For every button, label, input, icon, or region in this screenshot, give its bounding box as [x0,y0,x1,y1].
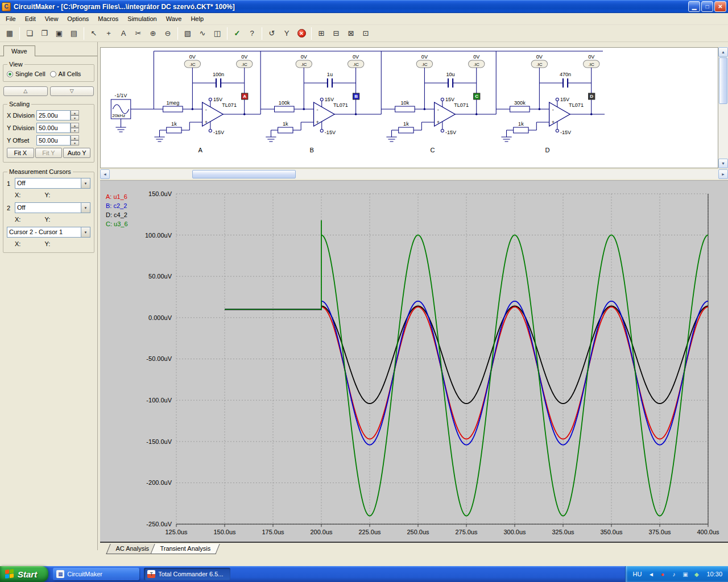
parts-browser-button[interactable]: ▦ [3,27,16,40]
fit-x-button[interactable]: Fit X [7,148,34,158]
save-file-button[interactable]: ▣ [52,27,66,40]
taskbar-item-circuitmaker[interactable]: ▦ CircuitMaker [53,568,139,580]
chevron-down-icon[interactable]: ▼ [81,203,90,213]
menu-simulation[interactable]: Simulation [123,14,161,24]
wire-tool-button[interactable]: + [102,27,115,40]
restore-button[interactable]: □ [701,1,713,12]
svg-text:C: C [475,94,478,99]
waveform-pane[interactable]: 125.0us150.0us175.0us200.0us225.0us250.0… [100,180,728,543]
menu-wave[interactable]: Wave [162,14,187,24]
x-division-stepper[interactable]: ▲▼ [71,110,79,120]
tab-transient-analysis[interactable]: Transient Analysis [150,544,220,554]
svg-text:-100.0uV: -100.0uV [146,397,172,404]
cursor-diff-select[interactable]: Cursor 2 - Cursor 1 ▼ [7,227,90,238]
cell-down-button[interactable]: ▽ [50,86,94,96]
messenger-tray-icon[interactable]: ◆ [692,570,701,579]
taskbar-item-total-commander[interactable]: T Total Commander 6.5... [144,568,230,580]
svg-text:A: A [198,147,203,153]
cell-up-button[interactable]: △ [3,86,48,96]
chevron-down-icon[interactable]: ▼ [81,178,90,188]
spin-up-icon[interactable]: ▲ [71,123,79,128]
schematic-drawing[interactable]: -1/1V20kHz0V.IC0V.IC100n-+TL07115V-15V1m… [101,48,718,168]
svg-text:TL071: TL071 [333,102,348,108]
scope-display-2-button[interactable]: ⊟ [329,27,343,40]
close-button[interactable]: ✕ [714,1,726,12]
svg-text:325.0us: 325.0us [552,529,574,535]
waveform-chart[interactable]: 125.0us150.0us175.0us200.0us225.0us250.0… [100,181,728,542]
scroll-down-arrow-icon[interactable]: ▼ [718,159,728,168]
svg-text:100.00uV: 100.00uV [145,232,172,239]
digital-display-button[interactable]: ▧ [181,27,195,40]
language-indicator[interactable]: HU [631,571,644,577]
zoom-in-tool-button[interactable]: ⊕ [146,27,160,40]
arrow-tool-button[interactable]: ↖ [87,27,101,40]
scope-display-4-button[interactable]: ⊡ [359,27,373,40]
tab-wave[interactable]: Wave [3,45,35,56]
cursor1-select[interactable]: Off ▼ [15,178,90,189]
svg-text:0V: 0V [353,54,359,60]
svg-text:15V: 15V [560,97,569,102]
auto-y-button[interactable]: Auto Y [63,148,90,158]
y-division-stepper[interactable]: ▲▼ [71,123,79,133]
check-errors-button[interactable]: ✓ [230,27,244,40]
scope-display-1-button[interactable]: ⊞ [315,27,328,40]
menu-file[interactable]: File [1,14,20,24]
help-button[interactable]: ? [245,27,259,40]
waveform-display-button[interactable]: ∿ [196,27,209,40]
cursor2-select[interactable]: Off ▼ [15,202,90,213]
new-file-button[interactable]: ❏ [23,27,36,40]
zoom-out-tool-button[interactable]: ⊖ [161,27,175,40]
spin-up-icon[interactable]: ▲ [71,135,79,140]
vertical-scroll-thumb[interactable] [719,57,727,104]
measurement-cursors-label: Measurement Cursors [7,168,73,175]
split-display-button[interactable]: ◫ [210,27,224,40]
schematic-vertical-scrollbar[interactable]: ▲ ▼ [718,47,728,168]
start-button[interactable]: Start [0,566,48,582]
svg-text:0V: 0V [588,54,594,60]
menu-help[interactable]: Help [186,14,208,24]
scroll-up-arrow-icon[interactable]: ▲ [718,47,728,57]
radio-single-cell[interactable]: Single Cell [7,70,46,77]
scroll-right-arrow-icon[interactable]: ► [718,169,728,179]
menu-view[interactable]: View [40,14,63,24]
menu-macros[interactable]: Macros [93,14,123,24]
spin-down-icon[interactable]: ▼ [71,128,79,133]
antivirus-tray-icon[interactable]: ● [658,570,667,579]
toolbar-separator [262,27,262,40]
y-offset-stepper[interactable]: ▲▼ [71,135,79,146]
menu-options[interactable]: Options [63,14,93,24]
spin-down-icon[interactable]: ▼ [71,140,79,146]
reset-simulation-button[interactable]: ↺ [265,27,279,40]
schematic-horizontal-scrollbar[interactable]: ◄ ► [100,169,728,179]
print-button[interactable]: ▤ [67,27,81,40]
scope-display-3-button[interactable]: ⊠ [344,27,358,40]
hide-icons-chevron[interactable]: ◄ [647,570,655,579]
chevron-down-icon[interactable]: ▼ [81,227,90,237]
fit-y-button[interactable]: Fit Y [35,148,63,158]
view-group-label: View [7,61,24,68]
svg-text:20kHz: 20kHz [112,113,125,118]
minimize-button[interactable]: ▁ [688,1,700,12]
text-tool-button[interactable]: A [117,27,130,40]
network-tray-icon[interactable]: ▣ [681,570,689,579]
cursor2-x-label: X: [15,216,20,223]
menu-edit[interactable]: Edit [20,14,40,24]
schematic-canvas[interactable]: -1/1V20kHz0V.IC0V.IC100n-+TL07115V-15V1m… [100,47,718,168]
svg-text:.IC: .IC [189,62,196,67]
y-offset-input[interactable] [36,135,71,146]
radio-all-cells[interactable]: All Cells [50,70,81,77]
probe-tool-button[interactable]: Y [280,27,293,40]
spin-up-icon[interactable]: ▲ [71,110,79,115]
spin-down-icon[interactable]: ▼ [71,115,79,120]
y-division-input[interactable] [36,123,71,133]
scroll-left-arrow-icon[interactable]: ◄ [100,169,110,179]
x-division-input[interactable] [36,110,71,120]
horizontal-scroll-thumb[interactable] [192,170,296,178]
open-file-button[interactable]: ❐ [38,27,51,40]
scaling-group: Scaling X Division ▲▼ Y Division ▲▼ Y Of… [3,104,94,163]
delete-tool-button[interactable]: ✂ [131,27,145,40]
taskbar-clock[interactable]: 10:30 [706,571,722,577]
stop-simulation-button[interactable]: ✕ [295,27,308,40]
schematic-pane: -1/1V20kHz0V.IC0V.IC100n-+TL07115V-15V1m… [100,47,728,168]
volume-tray-icon[interactable]: ♪ [669,570,678,579]
